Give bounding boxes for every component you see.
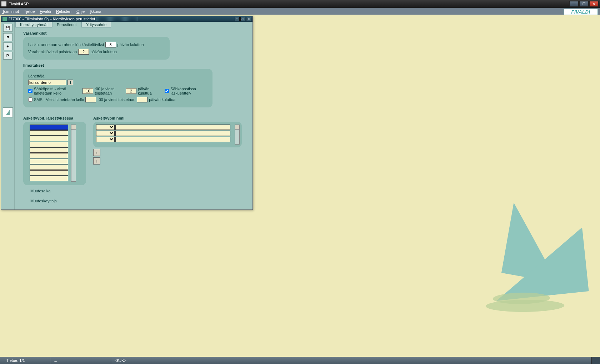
list-item[interactable] (30, 176, 68, 181)
muutosaika-label: Muutosaika (30, 189, 86, 193)
email-checkbox[interactable] (28, 89, 32, 93)
name-input[interactable] (115, 137, 230, 142)
varahenkilot-heading: Varahenkilöt (23, 31, 248, 35)
askeltyypin-nimi-heading: Askeltyypin nimi (93, 116, 242, 120)
email-days-input[interactable] (126, 88, 136, 94)
sms-hour-input[interactable] (85, 97, 96, 102)
email-after-d: päivän kuluttua (138, 87, 159, 95)
list-item[interactable] (30, 165, 68, 170)
internal-window: 277000 - Tilitoimisto Oy - Kierrätyksen … (1, 16, 253, 210)
scroll-up-icon[interactable] (71, 125, 76, 130)
tab-yrityssuhde[interactable]: Yrityssuhde (81, 22, 111, 27)
askeltyypit-heading: Askeltyypit, järjestyksessä (23, 116, 86, 120)
status-dots: ... (50, 357, 61, 364)
name-input[interactable] (115, 125, 230, 130)
askeltyypin-nimi-panel (93, 122, 242, 147)
move-down-button[interactable]: ↓ (93, 157, 100, 165)
menu-ohje[interactable]: Ohje (76, 9, 85, 14)
email-label: Sähköposti - viesti lähetetään kello (34, 87, 81, 95)
list-item[interactable] (30, 153, 68, 158)
menu-toiminnot[interactable]: Toiminnot (2, 9, 19, 14)
erittely-checkbox[interactable] (165, 89, 169, 93)
scroll-up-icon[interactable] (235, 125, 239, 130)
sms-checkbox[interactable] (28, 97, 32, 102)
list-item[interactable] (30, 147, 68, 153)
vara-l1b: päivän kuluttua (118, 42, 144, 47)
name-input[interactable] (115, 131, 230, 136)
name-scrollbar[interactable] (235, 125, 240, 145)
sender-label: Lähettäjä (28, 74, 44, 78)
list-item[interactable] (30, 159, 68, 164)
os-titlebar: Fivaldi ASP — ❐ ✕ (0, 0, 600, 8)
menubar: Toiminnot Tietue Fivaldi Rekisteri Ohje … (0, 8, 600, 15)
status-record: Tietue: 1/1 (3, 357, 29, 364)
tab-perustiedot[interactable]: Perustiedot (52, 22, 81, 27)
email-hour-input[interactable] (82, 88, 93, 94)
vara-l1a: Laskut annetaan varahenkilön käsiteltävi… (28, 42, 104, 47)
internal-window-title: 277000 - Tilitoimisto Oy - Kierrätyksen … (8, 17, 95, 21)
internal-window-titlebar[interactable]: 277000 - Tilitoimisto Oy - Kierrätyksen … (1, 16, 252, 22)
brand-logo: FIVALDI (564, 9, 598, 15)
askeltyypit-list-panel (23, 122, 86, 185)
vara-l2b: päivän kuluttua (90, 50, 117, 54)
p-button[interactable]: P (3, 52, 12, 60)
varahenkilot-panel: Laskut annetaan varahenkilön käsiteltävi… (23, 37, 170, 60)
move-up-button[interactable]: ↑ (93, 149, 100, 156)
sender-input[interactable] (28, 80, 66, 85)
vara-days1-input[interactable] (105, 42, 116, 47)
app-title: Fivaldi ASP (9, 2, 29, 6)
list-item[interactable] (30, 136, 68, 141)
iw-close-button[interactable]: ✕ (246, 17, 251, 21)
minimize-button[interactable]: — (569, 1, 579, 7)
fivaldi-logo-icon[interactable] (3, 107, 13, 117)
list-item[interactable] (30, 125, 68, 130)
menu-fivaldi[interactable]: Fivaldi (40, 9, 51, 14)
new-icon[interactable]: ✦ (3, 42, 12, 50)
lang-select[interactable] (96, 125, 115, 130)
app-icon (1, 1, 6, 6)
status-endcap (591, 357, 600, 364)
iw-maximize-button[interactable]: ▭ (240, 17, 245, 21)
sender-dropdown-button[interactable]: ⬇ (68, 80, 73, 85)
tab-content: Varahenkilöt Laskut annetaan varahenkilö… (15, 27, 252, 209)
tabs: Kierrätysryhmät Perustiedot Yrityssuhde (15, 22, 111, 27)
sms-after-h: :00 ja viesti toistetaan (98, 97, 135, 102)
list-item[interactable] (30, 170, 68, 176)
save-icon[interactable]: 💾 (3, 24, 12, 32)
tab-kierratysryhmat[interactable]: Kierrätysryhmät (15, 22, 52, 27)
erittely-label: Sähköpostissa laskuerittely (170, 87, 208, 95)
sidebar-toolbar: 💾 ⚑ ✦ P (1, 22, 15, 209)
background-logo (414, 186, 586, 321)
sms-after-d: päivän kuluttua (149, 97, 175, 102)
status-user: <KJK> (111, 357, 130, 364)
list-item[interactable] (30, 142, 68, 147)
sms-days-input[interactable] (137, 97, 148, 102)
list-scrollbar[interactable] (71, 125, 76, 182)
lang-select[interactable] (96, 131, 115, 136)
vara-l2a: Varahenkilöviesti poistetaan (28, 50, 77, 54)
ilmoitukset-heading: Ilmoitukset (23, 63, 248, 67)
ilmoitukset-panel: Lähettäjä ⬇ Sähköposti - viesti lähetetä… (23, 69, 212, 107)
window-icon (2, 17, 7, 21)
sms-label: SMS - Viesti lähetetään kello (34, 97, 84, 102)
flag-icon[interactable]: ⚑ (3, 33, 12, 41)
list-item[interactable] (30, 130, 68, 136)
statusbar: Tietue: 1/1 ... <KJK> (0, 357, 600, 364)
menu-tietue[interactable]: Tietue (24, 9, 35, 14)
close-button[interactable]: ✕ (589, 1, 599, 7)
menu-ikkuna[interactable]: Ikkuna (90, 9, 101, 14)
email-after-h: :00 ja viesti toistetaan (95, 87, 124, 95)
menu-rekisteri[interactable]: Rekisteri (56, 9, 71, 14)
lang-select[interactable] (96, 137, 115, 142)
iw-minimize-button[interactable]: ﹀ (235, 17, 240, 21)
vara-days2-input[interactable] (78, 49, 89, 55)
maximize-button[interactable]: ❐ (579, 1, 589, 7)
muutoskayttaja-label: Muutoskayttaja (30, 199, 86, 203)
